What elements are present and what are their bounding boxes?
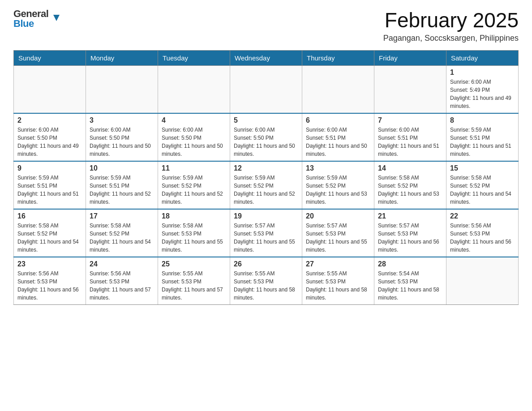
- calendar-cell: 15Sunrise: 5:58 AMSunset: 5:52 PMDayligh…: [446, 161, 519, 209]
- day-info: Sunrise: 5:58 AMSunset: 5:52 PMDaylight:…: [450, 174, 515, 206]
- day-info: Sunrise: 5:57 AMSunset: 5:53 PMDaylight:…: [234, 222, 298, 254]
- calendar-cell: 6Sunrise: 6:00 AMSunset: 5:51 PMDaylight…: [302, 113, 374, 161]
- column-header-thursday: Thursday: [302, 50, 374, 65]
- day-number: 8: [450, 116, 515, 124]
- day-info: Sunrise: 5:59 AMSunset: 5:51 PMDaylight:…: [450, 126, 515, 158]
- calendar-header-row: SundayMondayTuesdayWednesdayThursdayFrid…: [14, 50, 519, 65]
- day-number: 22: [450, 212, 515, 220]
- calendar-cell: [446, 257, 519, 305]
- calendar-cell: 11Sunrise: 5:59 AMSunset: 5:52 PMDayligh…: [158, 161, 230, 209]
- calendar-cell: 12Sunrise: 5:59 AMSunset: 5:52 PMDayligh…: [230, 161, 302, 209]
- day-info: Sunrise: 5:56 AMSunset: 5:53 PMDaylight:…: [90, 270, 154, 302]
- calendar-week-2: 2Sunrise: 6:00 AMSunset: 5:50 PMDaylight…: [14, 113, 519, 161]
- location-text: Pagangan, Soccsksargen, Philippines: [383, 34, 519, 43]
- day-number: 1: [450, 68, 515, 77]
- day-number: 10: [90, 164, 154, 172]
- day-number: 3: [90, 116, 154, 124]
- day-info: Sunrise: 5:54 AMSunset: 5:53 PMDaylight:…: [378, 270, 442, 302]
- calendar-cell: [86, 65, 158, 113]
- calendar-cell: 14Sunrise: 5:58 AMSunset: 5:52 PMDayligh…: [374, 161, 446, 209]
- day-info: Sunrise: 5:55 AMSunset: 5:53 PMDaylight:…: [306, 270, 370, 302]
- day-number: 24: [90, 260, 154, 268]
- calendar-cell: 23Sunrise: 5:56 AMSunset: 5:53 PMDayligh…: [14, 257, 86, 305]
- day-info: Sunrise: 5:57 AMSunset: 5:53 PMDaylight:…: [378, 222, 442, 254]
- column-header-friday: Friday: [374, 50, 446, 65]
- title-section: February 2025 Pagangan, Soccsksargen, Ph…: [383, 9, 519, 43]
- calendar-cell: 10Sunrise: 5:59 AMSunset: 5:51 PMDayligh…: [86, 161, 158, 209]
- day-info: Sunrise: 6:00 AMSunset: 5:50 PMDaylight:…: [162, 126, 226, 158]
- calendar-cell: 19Sunrise: 5:57 AMSunset: 5:53 PMDayligh…: [230, 209, 302, 257]
- calendar-cell: [302, 65, 374, 113]
- day-info: Sunrise: 5:56 AMSunset: 5:53 PMDaylight:…: [17, 270, 82, 302]
- calendar-cell: 26Sunrise: 5:55 AMSunset: 5:53 PMDayligh…: [230, 257, 302, 305]
- day-info: Sunrise: 5:59 AMSunset: 5:52 PMDaylight:…: [306, 174, 370, 206]
- day-info: Sunrise: 6:00 AMSunset: 5:50 PMDaylight:…: [90, 126, 154, 158]
- calendar-cell: 27Sunrise: 5:55 AMSunset: 5:53 PMDayligh…: [302, 257, 374, 305]
- day-number: 9: [17, 164, 82, 172]
- calendar-table: SundayMondayTuesdayWednesdayThursdayFrid…: [13, 50, 519, 305]
- day-number: 13: [306, 164, 370, 172]
- calendar-cell: 24Sunrise: 5:56 AMSunset: 5:53 PMDayligh…: [86, 257, 158, 305]
- calendar-cell: 3Sunrise: 6:00 AMSunset: 5:50 PMDaylight…: [86, 113, 158, 161]
- day-info: Sunrise: 5:58 AMSunset: 5:52 PMDaylight:…: [378, 174, 442, 206]
- day-number: 4: [162, 116, 226, 124]
- day-info: Sunrise: 5:56 AMSunset: 5:53 PMDaylight:…: [450, 222, 515, 254]
- calendar-week-1: 1Sunrise: 6:00 AMSunset: 5:49 PMDaylight…: [14, 65, 519, 113]
- calendar-cell: 18Sunrise: 5:58 AMSunset: 5:53 PMDayligh…: [158, 209, 230, 257]
- day-info: Sunrise: 5:59 AMSunset: 5:51 PMDaylight:…: [90, 174, 154, 206]
- column-header-sunday: Sunday: [14, 50, 86, 65]
- calendar-cell: [230, 65, 302, 113]
- calendar-cell: 4Sunrise: 6:00 AMSunset: 5:50 PMDaylight…: [158, 113, 230, 161]
- calendar-cell: 16Sunrise: 5:58 AMSunset: 5:52 PMDayligh…: [14, 209, 86, 257]
- column-header-tuesday: Tuesday: [158, 50, 230, 65]
- calendar-cell: 22Sunrise: 5:56 AMSunset: 5:53 PMDayligh…: [446, 209, 519, 257]
- day-number: 21: [378, 212, 442, 220]
- logo-general-text: General: [13, 9, 48, 19]
- day-number: 20: [306, 212, 370, 220]
- logo: General Blue: [13, 9, 53, 29]
- day-number: 2: [17, 116, 82, 124]
- day-info: Sunrise: 6:00 AMSunset: 5:50 PMDaylight:…: [234, 126, 298, 158]
- day-number: 12: [234, 164, 298, 172]
- calendar-week-3: 9Sunrise: 5:59 AMSunset: 5:51 PMDaylight…: [14, 161, 519, 209]
- calendar-cell: 7Sunrise: 6:00 AMSunset: 5:51 PMDaylight…: [374, 113, 446, 161]
- day-info: Sunrise: 6:00 AMSunset: 5:51 PMDaylight:…: [378, 126, 442, 158]
- day-info: Sunrise: 6:00 AMSunset: 5:49 PMDaylight:…: [450, 78, 515, 110]
- calendar-cell: 8Sunrise: 5:59 AMSunset: 5:51 PMDaylight…: [446, 113, 519, 161]
- calendar-cell: [374, 65, 446, 113]
- day-number: 5: [234, 116, 298, 124]
- day-number: 16: [17, 212, 82, 220]
- day-number: 17: [90, 212, 154, 220]
- day-number: 14: [378, 164, 442, 172]
- day-number: 23: [17, 260, 82, 268]
- day-info: Sunrise: 5:59 AMSunset: 5:52 PMDaylight:…: [234, 174, 298, 206]
- day-number: 28: [378, 260, 442, 268]
- calendar-cell: 5Sunrise: 6:00 AMSunset: 5:50 PMDaylight…: [230, 113, 302, 161]
- day-info: Sunrise: 5:58 AMSunset: 5:52 PMDaylight:…: [90, 222, 154, 254]
- day-number: 26: [234, 260, 298, 268]
- day-info: Sunrise: 5:59 AMSunset: 5:52 PMDaylight:…: [162, 174, 226, 206]
- calendar-cell: [158, 65, 230, 113]
- calendar-cell: 9Sunrise: 5:59 AMSunset: 5:51 PMDaylight…: [14, 161, 86, 209]
- svg-marker-0: [53, 15, 60, 21]
- day-info: Sunrise: 5:58 AMSunset: 5:52 PMDaylight:…: [17, 222, 82, 254]
- month-title: February 2025: [383, 9, 519, 32]
- day-info: Sunrise: 5:59 AMSunset: 5:51 PMDaylight:…: [17, 174, 82, 206]
- day-info: Sunrise: 5:55 AMSunset: 5:53 PMDaylight:…: [234, 270, 298, 302]
- calendar-cell: 1Sunrise: 6:00 AMSunset: 5:49 PMDaylight…: [446, 65, 519, 113]
- day-info: Sunrise: 5:55 AMSunset: 5:53 PMDaylight:…: [162, 270, 226, 302]
- day-info: Sunrise: 6:00 AMSunset: 5:51 PMDaylight:…: [306, 126, 370, 158]
- calendar-cell: 17Sunrise: 5:58 AMSunset: 5:52 PMDayligh…: [86, 209, 158, 257]
- day-number: 15: [450, 164, 515, 172]
- column-header-wednesday: Wednesday: [230, 50, 302, 65]
- day-number: 18: [162, 212, 226, 220]
- day-info: Sunrise: 5:57 AMSunset: 5:53 PMDaylight:…: [306, 222, 370, 254]
- logo-blue-text: Blue: [13, 18, 34, 29]
- column-header-monday: Monday: [86, 50, 158, 65]
- logo-arrow-icon: [53, 15, 60, 21]
- page-header: General Blue February 2025 Pagangan, Soc…: [13, 9, 519, 43]
- day-number: 19: [234, 212, 298, 220]
- calendar-cell: [14, 65, 86, 113]
- calendar-cell: 2Sunrise: 6:00 AMSunset: 5:50 PMDaylight…: [14, 113, 86, 161]
- calendar-week-5: 23Sunrise: 5:56 AMSunset: 5:53 PMDayligh…: [14, 257, 519, 305]
